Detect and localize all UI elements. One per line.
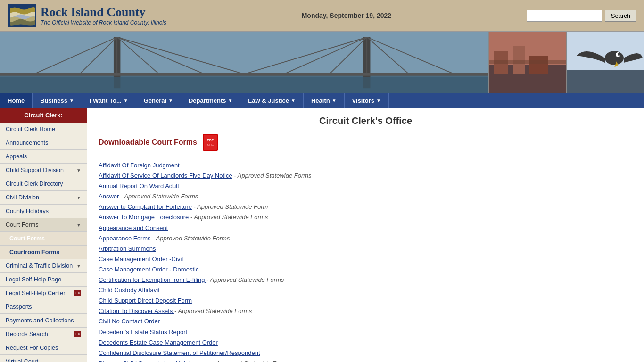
nav-visitors[interactable]: Visitors ▼ bbox=[345, 93, 389, 108]
content-area: Circuit Clerk's Office Downloadable Cour… bbox=[87, 108, 644, 362]
form-link-annual-report[interactable]: Annual Report On Ward Adult bbox=[99, 182, 179, 189]
sidebar-item-court-forms-section[interactable]: Court Forms ▼ bbox=[0, 218, 87, 232]
sidebar-item-child-support[interactable]: Child Support Division ▼ bbox=[0, 164, 87, 177]
form-link-confidential-disclosure[interactable]: Confidential Disclosure Statement of Pet… bbox=[99, 349, 260, 356]
form-link-arbitration[interactable]: Arbitration Summons bbox=[99, 245, 156, 252]
certification-efiling-suffix: - Approved Statewide Forms bbox=[206, 276, 284, 283]
nav-business[interactable]: Business ▼ bbox=[33, 93, 82, 108]
form-item-answer-forfeiture: Answer to Complaint for Forfeiture - App… bbox=[99, 202, 633, 212]
answer-suffix: - Approved Statewide Forms bbox=[121, 193, 198, 200]
site-subtitle: The Official Website of Rock Island Coun… bbox=[41, 19, 166, 26]
form-item-decedent-status: Decedent's Estate Status Report bbox=[99, 327, 633, 337]
sidebar-item-appeals[interactable]: Appeals bbox=[0, 150, 87, 164]
search-button[interactable]: Search bbox=[605, 10, 636, 22]
header-date: Monday, September 19, 2022 bbox=[302, 12, 391, 19]
answer-forfeiture-suffix: - Approved Statewide Form bbox=[194, 203, 268, 210]
sidebar-item-court-forms[interactable]: Court Forms bbox=[0, 232, 87, 246]
court-forms-section-label: Court Forms bbox=[6, 222, 38, 228]
logo-area: Rock Island County The Official Website … bbox=[8, 4, 166, 27]
svg-rect-24 bbox=[489, 60, 567, 64]
form-item-appearance-forms: Appearance Forms - Approved Statewide Fo… bbox=[99, 233, 633, 244]
form-link-answer[interactable]: Answer bbox=[99, 193, 119, 200]
svg-rect-18 bbox=[0, 77, 488, 93]
divorce-suffix: - Approved Statewide Form bbox=[212, 360, 287, 362]
form-link-child-custody[interactable]: Child Custody Affidavit bbox=[99, 287, 160, 294]
nav-health-arrow: ▼ bbox=[332, 98, 337, 103]
form-item-certification-efiling: Certification for Exemption from E-filin… bbox=[99, 275, 633, 285]
civil-division-arrow: ▼ bbox=[76, 195, 81, 200]
form-link-decedents-case-mgmt[interactable]: Decedents Estate Case Management Order bbox=[99, 339, 218, 346]
sidebar-item-announcements[interactable]: Announcements bbox=[0, 136, 87, 150]
site-title-block: Rock Island County The Official Website … bbox=[41, 5, 166, 26]
records-search-ext-icon: EX bbox=[74, 331, 81, 337]
sidebar-item-records-search[interactable]: Records Search EX bbox=[0, 328, 87, 341]
form-link-certification-efiling[interactable]: Certification for Exemption from E-filin… bbox=[99, 276, 206, 283]
answer-mortgage-suffix: - Approved Statewide Forms bbox=[190, 214, 268, 221]
nav-home[interactable]: Home bbox=[0, 93, 33, 108]
pdf-icon: PDF Adobe bbox=[203, 134, 218, 151]
banner-bridge-image bbox=[0, 32, 488, 93]
sidebar-item-criminal-traffic[interactable]: Criminal & Traffic Division ▼ bbox=[0, 259, 87, 273]
form-item-decedents-case-mgmt: Decedents Estate Case Management Order bbox=[99, 337, 633, 348]
form-item-child-custody: Child Custody Affidavit bbox=[99, 285, 633, 296]
sidebar-item-virtual-court[interactable]: Virtual Court bbox=[0, 355, 87, 362]
form-link-answer-forfeiture[interactable]: Answer to Complaint for Forfeiture bbox=[99, 203, 192, 210]
form-item-case-mgmt-domestic: Case Management Order - Domestic bbox=[99, 264, 633, 275]
form-item-divorce: Divorce, Child Support, And Maintenance … bbox=[99, 358, 633, 362]
downloadable-section: Downloadable Court Forms PDF Adobe bbox=[99, 134, 633, 151]
search-input[interactable] bbox=[527, 10, 602, 22]
form-item-arbitration: Arbitration Summons bbox=[99, 244, 633, 254]
page-title: Circuit Clerk's Office bbox=[99, 115, 633, 126]
sidebar-item-county-holidays[interactable]: County Holidays bbox=[0, 205, 87, 218]
form-link-appearance-consent[interactable]: Appearance and Consent bbox=[99, 224, 168, 231]
form-link-affidavit-service[interactable]: Affidavit Of Service Of Landlords Five D… bbox=[99, 172, 232, 179]
nav-general[interactable]: General ▼ bbox=[136, 93, 181, 108]
sidebar-item-legal-selfhelp-center[interactable]: Legal Self-Help Center EX bbox=[0, 287, 87, 300]
nav-health[interactable]: Health ▼ bbox=[304, 93, 345, 108]
nav-i-want-to[interactable]: I Want To... ▼ bbox=[82, 93, 136, 108]
svg-point-29 bbox=[618, 53, 620, 56]
sidebar-item-circuit-clerk-home[interactable]: Circuit Clerk Home bbox=[0, 123, 87, 136]
banner-eagle-image bbox=[566, 32, 644, 93]
nav-visitors-arrow: ▼ bbox=[376, 98, 381, 103]
header: Rock Island County The Official Website … bbox=[0, 0, 644, 32]
sidebar-item-request-copies[interactable]: Request For Copies bbox=[0, 341, 87, 355]
form-link-answer-mortgage[interactable]: Answer To Mortgage Foreclosure bbox=[99, 214, 189, 221]
nav-departments[interactable]: Departments ▼ bbox=[181, 93, 240, 108]
form-link-appearance-forms[interactable]: Appearance Forms bbox=[99, 235, 151, 242]
form-link-case-mgmt-domestic[interactable]: Case Management Order - Domestic bbox=[99, 266, 198, 273]
banner-harbor-image bbox=[488, 32, 566, 93]
form-link-case-mgmt-civil[interactable]: Case Management Order -Civil bbox=[99, 255, 183, 263]
form-link-civil-no-contact[interactable]: Civil No Contact Order bbox=[99, 318, 160, 325]
form-item-answer-mortgage: Answer To Mortgage Foreclosure - Approve… bbox=[99, 212, 633, 222]
form-item-appearance-consent: Appearance and Consent bbox=[99, 223, 633, 233]
form-list: Affidavit Of Foreign Judgment Affidavit … bbox=[99, 158, 633, 362]
court-forms-arrow: ▼ bbox=[76, 222, 81, 228]
nav-business-arrow: ▼ bbox=[69, 98, 74, 103]
svg-point-27 bbox=[605, 51, 624, 65]
sidebar-item-payments[interactable]: Payments and Collections bbox=[0, 314, 87, 328]
form-item-civil-no-contact: Civil No Contact Order bbox=[99, 316, 633, 327]
form-item-citation-discover: Citation To Discover Assets - Approved S… bbox=[99, 306, 633, 316]
form-link-decedent-status[interactable]: Decedent's Estate Status Report bbox=[99, 329, 187, 336]
svg-rect-17 bbox=[0, 73, 488, 76]
nav-departments-arrow: ▼ bbox=[228, 98, 232, 103]
sidebar-item-civil-division[interactable]: Civil Division ▼ bbox=[0, 191, 87, 205]
form-link-divorce[interactable]: Divorce, Child Support, And Maintenance bbox=[99, 360, 211, 362]
form-link-citation-discover[interactable]: Citation To Discover Assets bbox=[99, 307, 174, 314]
svg-rect-23 bbox=[529, 56, 548, 74]
sidebar-item-circuit-clerk-dir[interactable]: Circuit Clerk Directory bbox=[0, 177, 87, 191]
external-link-icon: EX bbox=[74, 290, 81, 296]
form-link-affidavit-foreign[interactable]: Affidavit Of Foreign Judgment bbox=[99, 162, 180, 169]
banner bbox=[0, 32, 644, 93]
form-item-child-support-deposit: Child Support Direct Deposit Form bbox=[99, 296, 633, 306]
svg-rect-26 bbox=[567, 70, 644, 93]
sidebar-item-passports[interactable]: Passports bbox=[0, 300, 87, 314]
criminal-traffic-arrow: ▼ bbox=[76, 263, 81, 269]
county-logo-icon bbox=[8, 4, 36, 27]
sidebar-item-courtroom-forms[interactable]: Courtroom Forms bbox=[0, 246, 87, 259]
sidebar-item-legal-selfhelp-page[interactable]: Legal Self-Help Page bbox=[0, 273, 87, 287]
sidebar: Circuit Clerk: Circuit Clerk Home Announ… bbox=[0, 108, 87, 362]
form-link-child-support-deposit[interactable]: Child Support Direct Deposit Form bbox=[99, 297, 192, 304]
nav-law-justice[interactable]: Law & Justice ▼ bbox=[240, 93, 304, 108]
